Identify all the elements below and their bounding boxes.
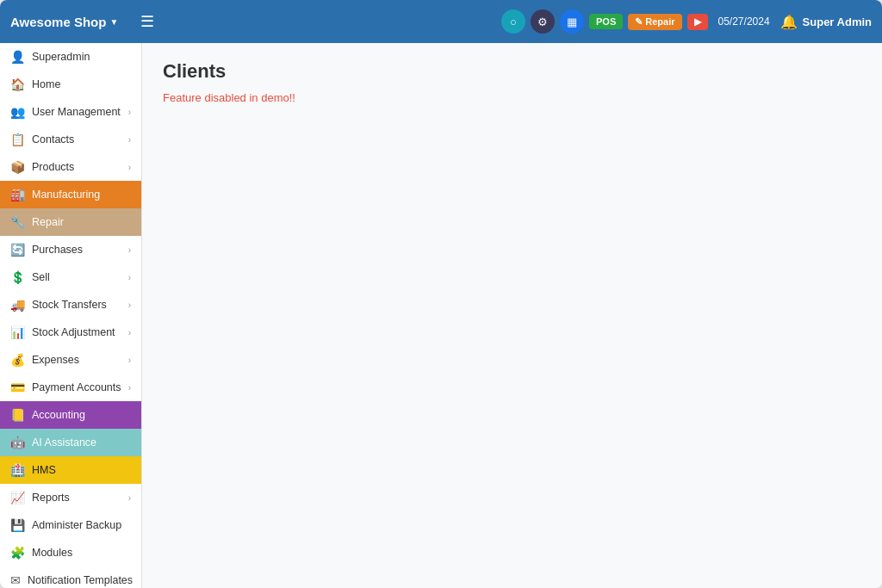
- top-nav: Awesome Shop ▼ ☰ ○ ⚙ ▦ POS ✎ Repair ▶ 05…: [0, 0, 882, 43]
- sidebar: 👤Superadmin🏠Home👥User Management›📋Contac…: [0, 43, 142, 588]
- sidebar-item-administer-backup[interactable]: 💾Administer Backup: [0, 511, 141, 539]
- sidebar-item-hms[interactable]: 🏥HMS: [0, 456, 141, 484]
- modules-icon: 🧩: [10, 546, 25, 560]
- repair-tag[interactable]: ✎ Repair: [628, 14, 681, 30]
- modules-label: Modules: [32, 547, 72, 559]
- circle-icon-button[interactable]: ○: [501, 9, 525, 34]
- brand-caret: ▼: [109, 17, 118, 27]
- nav-date: 05/27/2024: [718, 15, 770, 28]
- products-chevron-icon: ›: [128, 163, 131, 172]
- cam-tag[interactable]: ▶: [687, 14, 708, 30]
- purchases-chevron-icon: ›: [128, 245, 131, 255]
- purchases-icon: 🔄: [10, 243, 25, 257]
- manufacturing-icon: 🏭: [10, 188, 25, 201]
- sidebar-item-payment-accounts[interactable]: 💳Payment Accounts›: [0, 374, 141, 401]
- sidebar-item-repair[interactable]: 🔧Repair: [0, 208, 141, 236]
- notification-bell[interactable]: 🔔: [780, 14, 798, 30]
- expenses-label: Expenses: [32, 354, 79, 366]
- expenses-chevron-icon: ›: [128, 356, 131, 365]
- accounting-icon: 📒: [10, 408, 25, 422]
- user-management-label: User Management: [32, 106, 121, 118]
- manufacturing-label: Manufacturing: [32, 189, 100, 201]
- gear-icon-button[interactable]: ⚙: [531, 9, 555, 34]
- stock-adjustment-chevron-icon: ›: [128, 328, 131, 337]
- sidebar-item-ai-assistance[interactable]: 🤖AI Assistance: [0, 429, 141, 456]
- sidebar-item-contacts[interactable]: 📋Contacts›: [0, 126, 141, 153]
- stock-transfers-chevron-icon: ›: [128, 300, 131, 310]
- user-management-chevron-icon: ›: [128, 108, 131, 117]
- payment-accounts-icon: 💳: [10, 381, 25, 394]
- payment-accounts-label: Payment Accounts: [32, 381, 121, 393]
- sidebar-item-accounting[interactable]: 📒Accounting: [0, 401, 141, 429]
- reports-chevron-icon: ›: [128, 493, 131, 503]
- reports-icon: 📈: [10, 491, 25, 504]
- stock-adjustment-label: Stock Adjustment: [32, 326, 115, 338]
- hms-icon: 🏥: [10, 463, 25, 477]
- repair-icon: 🔧: [10, 215, 25, 229]
- accounting-label: Accounting: [32, 409, 85, 421]
- demo-warning: Feature disabled in demo!!: [163, 91, 861, 104]
- sidebar-item-expenses[interactable]: 💰Expenses›: [0, 346, 141, 374]
- purchases-label: Purchases: [32, 244, 83, 256]
- sidebar-item-modules[interactable]: 🧩Modules: [0, 539, 141, 566]
- brand-name: Awesome Shop: [10, 15, 106, 29]
- sidebar-item-purchases[interactable]: 🔄Purchases›: [0, 236, 141, 263]
- home-label: Home: [32, 78, 60, 90]
- sidebar-item-stock-transfers[interactable]: 🚚Stock Transfers›: [0, 291, 141, 319]
- administer-backup-label: Administer Backup: [32, 519, 121, 531]
- sidebar-item-home[interactable]: 🏠Home: [0, 71, 141, 98]
- sidebar-item-products[interactable]: 📦Products›: [0, 153, 141, 181]
- contacts-icon: 📋: [10, 133, 25, 146]
- page-title: Clients: [163, 60, 861, 83]
- repair-label: Repair: [32, 216, 64, 228]
- sidebar-item-superadmin[interactable]: 👤Superadmin: [0, 43, 141, 71]
- contacts-chevron-icon: ›: [128, 135, 131, 145]
- superadmin-label: Superadmin: [32, 51, 90, 63]
- stock-transfers-label: Stock Transfers: [32, 299, 107, 311]
- sidebar-item-manufacturing[interactable]: 🏭Manufacturing: [0, 181, 141, 208]
- products-label: Products: [32, 161, 74, 173]
- notification-templates-icon: ✉: [10, 573, 21, 587]
- sell-icon: 💲: [10, 270, 25, 284]
- contacts-label: Contacts: [32, 133, 74, 145]
- nav-username: Super Admin: [803, 15, 872, 28]
- payment-accounts-chevron-icon: ›: [128, 383, 131, 393]
- sell-label: Sell: [32, 271, 50, 283]
- sidebar-item-stock-adjustment[interactable]: 📊Stock Adjustment›: [0, 319, 141, 346]
- sidebar-item-notification-templates[interactable]: ✉Notification Templates: [0, 566, 141, 588]
- pos-tag[interactable]: POS: [589, 14, 623, 29]
- main-content: Clients Feature disabled in demo!!: [142, 43, 882, 588]
- sidebar-item-reports[interactable]: 📈Reports›: [0, 484, 141, 511]
- brand-logo[interactable]: Awesome Shop ▼: [10, 15, 118, 29]
- stock-transfers-icon: 🚚: [10, 298, 25, 312]
- sidebar-item-user-management[interactable]: 👥User Management›: [0, 98, 141, 126]
- ai-assistance-label: AI Assistance: [32, 436, 96, 449]
- reports-label: Reports: [32, 492, 70, 504]
- sidebar-item-sell[interactable]: 💲Sell›: [0, 263, 141, 291]
- hms-label: HMS: [32, 464, 56, 476]
- hamburger-button[interactable]: ☰: [134, 9, 161, 34]
- expenses-icon: 💰: [10, 353, 25, 367]
- user-management-icon: 👥: [10, 105, 25, 119]
- notification-templates-label: Notification Templates: [28, 574, 133, 586]
- products-icon: 📦: [10, 160, 25, 174]
- nav-icons-group: ○ ⚙ ▦ POS ✎ Repair ▶ 05/27/2024 🔔 Super …: [501, 9, 872, 34]
- home-icon: 🏠: [10, 77, 25, 91]
- stock-adjustment-icon: 📊: [10, 325, 25, 339]
- superadmin-icon: 👤: [10, 50, 25, 64]
- grid-icon-button[interactable]: ▦: [560, 9, 584, 34]
- administer-backup-icon: 💾: [10, 518, 25, 532]
- sell-chevron-icon: ›: [128, 273, 131, 282]
- ai-assistance-icon: 🤖: [10, 436, 25, 449]
